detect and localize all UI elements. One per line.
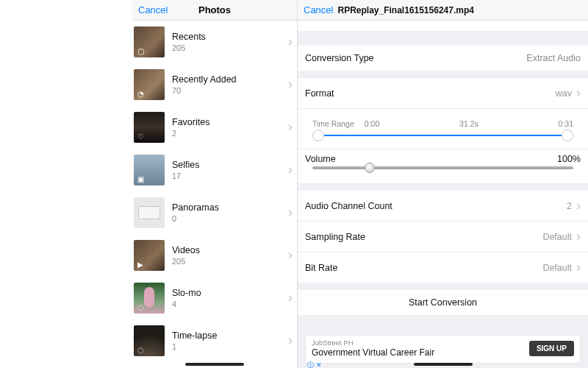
ad-headline: Government Virtual Career Fair <box>312 347 434 358</box>
album-badge-icon: ◔ <box>136 89 145 98</box>
time-range-start-knob[interactable] <box>312 130 324 141</box>
left-gutter <box>0 0 132 368</box>
album-thumb: ♡ <box>134 112 165 143</box>
album-name: Slo-mo <box>172 288 201 298</box>
conversion-panel: Cancel RPReplay_Final1615156247.mp4 Conv… <box>298 0 588 368</box>
bit-rate-label: Bit Rate <box>305 263 337 273</box>
album-name: Time-lapse <box>172 330 217 341</box>
spacer <box>298 21 588 31</box>
album-count: 205 <box>172 257 200 266</box>
album-row[interactable]: ◌Slo-mo4 <box>132 277 297 319</box>
start-conversion-button[interactable]: Start Conversion <box>298 290 588 315</box>
conversion-settings: Conversion Type Extract Audio Format wav… <box>298 21 588 368</box>
album-thumb: ▢ <box>134 26 165 57</box>
conversion-header: Cancel RPReplay_Final1615156247.mp4 <box>298 0 588 21</box>
cancel-button-left[interactable]: Cancel <box>138 4 168 15</box>
home-indicator-right <box>414 363 473 366</box>
audio-channel-value: 2 <box>567 201 572 211</box>
album-row[interactable]: ▢Recents205 <box>132 21 297 63</box>
ad-banner[interactable]: JobStreet PH Government Virtual Career F… <box>305 335 581 364</box>
album-row[interactable]: ▶Videos205 <box>132 234 297 277</box>
cancel-button-right[interactable]: Cancel <box>304 4 333 15</box>
album-name: Videos <box>172 245 200 255</box>
album-name: Selfies <box>172 160 200 170</box>
album-count: 2 <box>172 129 209 138</box>
ad-advertiser: JobStreet PH <box>312 339 434 347</box>
album-badge-icon: ▣ <box>136 174 145 183</box>
album-badge-icon: ▢ <box>136 46 145 55</box>
album-thumb: ◌ <box>134 325 165 356</box>
album-count: 0 <box>172 214 219 223</box>
bit-rate-row[interactable]: Bit Rate Default <box>298 252 588 283</box>
time-range-end: 0:31 <box>559 119 573 128</box>
sampling-rate-label: Sampling Rate <box>305 232 365 242</box>
album-thumb: ▣ <box>134 155 165 185</box>
conversion-type-row: Conversion Type Extract Audio <box>298 46 588 71</box>
album-thumb <box>134 197 165 228</box>
volume-knob[interactable] <box>365 163 375 173</box>
format-value: wav <box>556 88 572 99</box>
time-range-end-knob[interactable] <box>562 130 573 141</box>
format-row[interactable]: Format wav <box>298 78 588 109</box>
time-range-start: 0:00 <box>365 119 379 128</box>
photos-panel: Cancel Photos ▢Recents205◔Recently Added… <box>132 0 298 368</box>
volume-slider[interactable] <box>312 163 573 173</box>
album-row[interactable]: ◌Time-lapse1 <box>132 319 297 362</box>
album-badge-icon: ▶ <box>136 260 145 269</box>
time-range-duration: 31.2s <box>379 119 558 128</box>
conversion-type-value: Extract Audio <box>526 53 581 63</box>
filename-label: RPReplay_Final1615156247.mp4 <box>337 5 473 15</box>
volume-track <box>312 166 573 169</box>
album-name: Panoramas <box>172 202 219 213</box>
album-thumb: ▶ <box>134 240 165 271</box>
time-range-row: Time Range 0:00 31.2s 0:31 <box>298 109 588 149</box>
album-name: Recents <box>172 32 206 42</box>
album-row[interactable]: ◔Recently Added70 <box>132 63 297 106</box>
conversion-type-label: Conversion Type <box>305 53 374 63</box>
time-range-label: Time Range <box>312 119 354 128</box>
photos-header: Cancel Photos <box>132 0 297 21</box>
bit-rate-value: Default <box>542 263 572 273</box>
album-name: Favorites <box>172 117 209 127</box>
album-count: 4 <box>172 300 201 308</box>
volume-row: Volume 100% <box>298 149 588 183</box>
time-range-slider[interactable] <box>312 128 573 143</box>
sampling-rate-row[interactable]: Sampling Rate Default <box>298 222 588 252</box>
audio-channel-label: Audio Channel Count <box>305 201 392 211</box>
album-badge-icon: ♡ <box>136 132 145 141</box>
album-badge-icon: ◌ <box>136 345 145 354</box>
album-list: ▢Recents205◔Recently Added70♡Favorites2▣… <box>132 21 297 362</box>
time-range-track <box>317 135 569 136</box>
ad-info-icon[interactable]: ⓘ ✕ <box>307 361 322 368</box>
album-row[interactable]: Panoramas0 <box>132 191 297 234</box>
ad-signup-button[interactable]: SIGN UP <box>529 341 574 356</box>
album-count: 70 <box>172 86 237 95</box>
album-count: 205 <box>172 43 206 52</box>
album-count: 17 <box>172 171 200 180</box>
album-thumb: ◌ <box>134 283 165 314</box>
sampling-rate-value: Default <box>542 232 572 242</box>
album-row[interactable]: ♡Favorites2 <box>132 106 297 149</box>
home-indicator-left <box>185 363 244 366</box>
format-label: Format <box>305 88 334 99</box>
audio-channel-row[interactable]: Audio Channel Count 2 <box>298 191 588 222</box>
album-count: 1 <box>172 342 217 351</box>
album-row[interactable]: ▣Selfies17 <box>132 149 297 191</box>
album-thumb: ◔ <box>134 69 165 100</box>
album-badge-icon: ◌ <box>136 302 145 311</box>
album-name: Recently Added <box>172 74 237 85</box>
